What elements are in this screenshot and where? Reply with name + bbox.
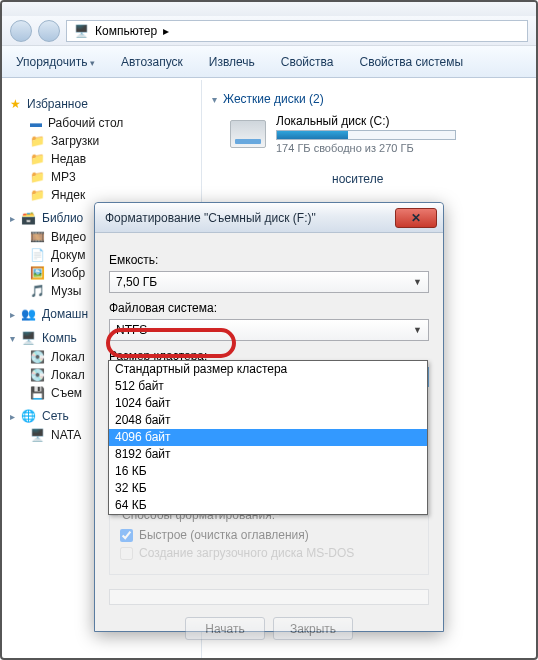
lbl: Докум — [51, 248, 85, 262]
close-button[interactable]: ✕ — [395, 208, 437, 228]
section-hdd[interactable]: Жесткие диски (2) — [212, 92, 526, 106]
fs-combo[interactable]: NTFS▼ — [109, 319, 429, 341]
quick-format-checkbox[interactable] — [120, 529, 133, 542]
fs-label: Файловая система: — [109, 301, 429, 315]
cluster-option[interactable]: 16 КБ — [109, 463, 427, 480]
progress-bar — [109, 589, 429, 605]
lbl: Быстрое (очистка оглавления) — [139, 528, 309, 542]
cluster-option[interactable]: 32 КБ — [109, 480, 427, 497]
capacity-value: 7,50 ГБ — [116, 275, 157, 289]
tb-sysproperties[interactable]: Свойства системы — [359, 55, 463, 69]
cluster-option[interactable]: 2048 байт — [109, 412, 427, 429]
carrier-text: носителе — [332, 172, 526, 186]
nav-back-button[interactable] — [10, 20, 32, 42]
breadcrumb-sep: ▸ — [163, 24, 169, 38]
cluster-option[interactable]: Стандартный размер кластера — [109, 361, 427, 378]
lbl: Съем — [51, 386, 82, 400]
lbl: Закрыть — [290, 622, 336, 636]
lbl: Жесткие диски (2) — [223, 92, 324, 106]
dialog-title: Форматирование "Съемный диск (F:)" — [105, 211, 316, 225]
lbl: Рабочий стол — [48, 116, 123, 130]
cluster-dropdown[interactable]: Стандартный размер кластера512 байт1024 … — [108, 360, 428, 515]
breadcrumb-root[interactable]: Компьютер — [95, 24, 157, 38]
dialog-titlebar[interactable]: Форматирование "Съемный диск (F:)" ✕ — [95, 203, 443, 233]
lbl: Недав — [51, 152, 86, 166]
capacity-combo[interactable]: 7,50 ГБ▼ — [109, 271, 429, 293]
capacity-label: Емкость: — [109, 253, 429, 267]
sidebar-item-recent[interactable]: 📁Недав — [8, 150, 195, 168]
close-dlg-button[interactable]: Закрыть — [273, 617, 353, 640]
computer-icon: 🖥️ — [73, 23, 89, 39]
lbl: NATA — [51, 428, 81, 442]
cluster-option[interactable]: 512 байт — [109, 378, 427, 395]
chevron-down-icon: ▼ — [413, 325, 422, 335]
lbl: MP3 — [51, 170, 76, 184]
cluster-option[interactable]: 1024 байт — [109, 395, 427, 412]
msdos-boot-check: Создание загрузочного диска MS-DOS — [120, 546, 418, 560]
lbl: Яндек — [51, 188, 85, 202]
tb-eject[interactable]: Извлечь — [209, 55, 255, 69]
address-bar[interactable]: 🖥️ Компьютер ▸ — [66, 20, 528, 42]
tb-autoplay[interactable]: Автозапуск — [121, 55, 183, 69]
grp-favorites-label: Избранное — [27, 97, 88, 111]
lbl: Локал — [51, 350, 85, 364]
lbl: Видео — [51, 230, 86, 244]
close-icon: ✕ — [411, 211, 421, 225]
quick-format-check[interactable]: Быстрое (очистка оглавления) — [120, 528, 418, 542]
lbl: Компь — [42, 331, 77, 345]
lbl: Создание загрузочного диска MS-DOS — [139, 546, 354, 560]
lbl: Изобр — [51, 266, 85, 280]
fs-value: NTFS — [116, 323, 147, 337]
lbl: Локал — [51, 368, 85, 382]
msdos-boot-checkbox — [120, 547, 133, 560]
lbl: Сеть — [42, 409, 69, 423]
cluster-option[interactable]: 8192 байт — [109, 446, 427, 463]
space-bar — [276, 130, 456, 140]
tb-properties[interactable]: Свойства — [281, 55, 334, 69]
lbl: Домашн — [42, 307, 88, 321]
sidebar-item-downloads[interactable]: 📁Загрузки — [8, 132, 195, 150]
disk-free: 174 ГБ свободно из 270 ГБ — [276, 142, 456, 154]
window-titlebar — [2, 2, 536, 16]
cluster-option[interactable]: 64 КБ — [109, 497, 427, 514]
toolbar: Упорядочить Автозапуск Извлечь Свойства … — [2, 46, 536, 78]
nav-fwd-button[interactable] — [38, 20, 60, 42]
tb-organize[interactable]: Упорядочить — [16, 55, 95, 69]
grp-favorites[interactable]: ★Избранное — [8, 94, 195, 114]
start-button[interactable]: Начать — [185, 617, 265, 640]
chevron-down-icon: ▼ — [413, 277, 422, 287]
lbl: Музы — [51, 284, 81, 298]
lbl: Начать — [205, 622, 245, 636]
address-bar-row: 🖥️ Компьютер ▸ — [2, 16, 536, 46]
lbl: Библио — [42, 211, 83, 225]
disk-name: Локальный диск (C:) — [276, 114, 456, 128]
hdd-icon — [230, 120, 266, 148]
sidebar-item-desktop[interactable]: ▬Рабочий стол — [8, 114, 195, 132]
format-options-group: Способы форматирования: Быстрое (очистка… — [109, 515, 429, 575]
disk-c[interactable]: Локальный диск (C:) 174 ГБ свободно из 2… — [230, 114, 526, 154]
lbl: Загрузки — [51, 134, 99, 148]
sidebar-item-mp3[interactable]: 📁MP3 — [8, 168, 195, 186]
cluster-option[interactable]: 4096 байт — [109, 429, 427, 446]
